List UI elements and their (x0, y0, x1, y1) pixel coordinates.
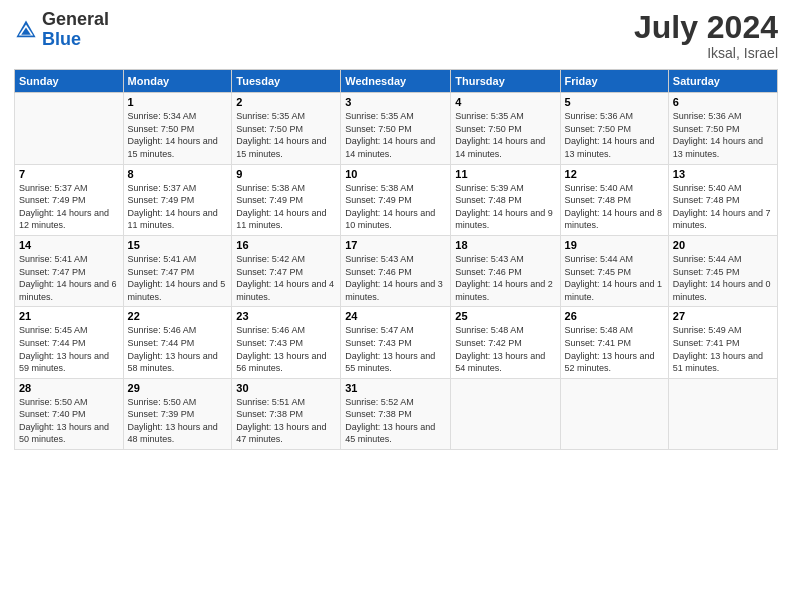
day-info: Sunrise: 5:35 AMSunset: 7:50 PMDaylight:… (455, 110, 555, 160)
calendar-weekday-tuesday: Tuesday (232, 70, 341, 93)
day-number: 12 (565, 168, 664, 180)
day-number: 17 (345, 239, 446, 251)
calendar-cell: 20Sunrise: 5:44 AMSunset: 7:45 PMDayligh… (668, 235, 777, 306)
month-title: July 2024 (634, 10, 778, 45)
calendar-cell: 4Sunrise: 5:35 AMSunset: 7:50 PMDaylight… (451, 93, 560, 164)
day-info: Sunrise: 5:34 AMSunset: 7:50 PMDaylight:… (128, 110, 228, 160)
day-number: 2 (236, 96, 336, 108)
calendar-weekday-sunday: Sunday (15, 70, 124, 93)
calendar-cell (451, 378, 560, 449)
calendar-cell: 13Sunrise: 5:40 AMSunset: 7:48 PMDayligh… (668, 164, 777, 235)
day-info: Sunrise: 5:52 AMSunset: 7:38 PMDaylight:… (345, 396, 446, 446)
day-info: Sunrise: 5:39 AMSunset: 7:48 PMDaylight:… (455, 182, 555, 232)
calendar-cell: 5Sunrise: 5:36 AMSunset: 7:50 PMDaylight… (560, 93, 668, 164)
day-info: Sunrise: 5:50 AMSunset: 7:40 PMDaylight:… (19, 396, 119, 446)
subtitle: Iksal, Israel (634, 45, 778, 61)
day-info: Sunrise: 5:50 AMSunset: 7:39 PMDaylight:… (128, 396, 228, 446)
calendar-cell: 6Sunrise: 5:36 AMSunset: 7:50 PMDaylight… (668, 93, 777, 164)
calendar-cell (15, 93, 124, 164)
calendar-cell: 25Sunrise: 5:48 AMSunset: 7:42 PMDayligh… (451, 307, 560, 378)
day-number: 8 (128, 168, 228, 180)
calendar-cell: 1Sunrise: 5:34 AMSunset: 7:50 PMDaylight… (123, 93, 232, 164)
day-number: 14 (19, 239, 119, 251)
calendar-cell: 17Sunrise: 5:43 AMSunset: 7:46 PMDayligh… (341, 235, 451, 306)
logo-general: General (42, 9, 109, 29)
day-info: Sunrise: 5:36 AMSunset: 7:50 PMDaylight:… (565, 110, 664, 160)
day-info: Sunrise: 5:41 AMSunset: 7:47 PMDaylight:… (128, 253, 228, 303)
logo: General Blue (14, 10, 109, 50)
day-number: 13 (673, 168, 773, 180)
day-info: Sunrise: 5:43 AMSunset: 7:46 PMDaylight:… (345, 253, 446, 303)
calendar-cell: 8Sunrise: 5:37 AMSunset: 7:49 PMDaylight… (123, 164, 232, 235)
day-info: Sunrise: 5:42 AMSunset: 7:47 PMDaylight:… (236, 253, 336, 303)
calendar-weekday-thursday: Thursday (451, 70, 560, 93)
day-number: 23 (236, 310, 336, 322)
day-info: Sunrise: 5:46 AMSunset: 7:43 PMDaylight:… (236, 324, 336, 374)
day-info: Sunrise: 5:44 AMSunset: 7:45 PMDaylight:… (673, 253, 773, 303)
calendar-cell: 16Sunrise: 5:42 AMSunset: 7:47 PMDayligh… (232, 235, 341, 306)
calendar-cell: 11Sunrise: 5:39 AMSunset: 7:48 PMDayligh… (451, 164, 560, 235)
day-info: Sunrise: 5:40 AMSunset: 7:48 PMDaylight:… (673, 182, 773, 232)
day-info: Sunrise: 5:47 AMSunset: 7:43 PMDaylight:… (345, 324, 446, 374)
day-info: Sunrise: 5:35 AMSunset: 7:50 PMDaylight:… (345, 110, 446, 160)
day-number: 3 (345, 96, 446, 108)
calendar-cell (560, 378, 668, 449)
day-number: 11 (455, 168, 555, 180)
calendar-cell: 22Sunrise: 5:46 AMSunset: 7:44 PMDayligh… (123, 307, 232, 378)
day-info: Sunrise: 5:44 AMSunset: 7:45 PMDaylight:… (565, 253, 664, 303)
calendar-cell: 24Sunrise: 5:47 AMSunset: 7:43 PMDayligh… (341, 307, 451, 378)
calendar-cell: 21Sunrise: 5:45 AMSunset: 7:44 PMDayligh… (15, 307, 124, 378)
calendar-week-3: 14Sunrise: 5:41 AMSunset: 7:47 PMDayligh… (15, 235, 778, 306)
day-info: Sunrise: 5:37 AMSunset: 7:49 PMDaylight:… (128, 182, 228, 232)
calendar-cell: 14Sunrise: 5:41 AMSunset: 7:47 PMDayligh… (15, 235, 124, 306)
day-info: Sunrise: 5:36 AMSunset: 7:50 PMDaylight:… (673, 110, 773, 160)
page: General Blue July 2024 Iksal, Israel Sun… (0, 0, 792, 612)
calendar-cell: 26Sunrise: 5:48 AMSunset: 7:41 PMDayligh… (560, 307, 668, 378)
day-number: 29 (128, 382, 228, 394)
calendar-cell: 2Sunrise: 5:35 AMSunset: 7:50 PMDaylight… (232, 93, 341, 164)
calendar-cell: 15Sunrise: 5:41 AMSunset: 7:47 PMDayligh… (123, 235, 232, 306)
calendar-cell: 23Sunrise: 5:46 AMSunset: 7:43 PMDayligh… (232, 307, 341, 378)
day-info: Sunrise: 5:51 AMSunset: 7:38 PMDaylight:… (236, 396, 336, 446)
day-info: Sunrise: 5:45 AMSunset: 7:44 PMDaylight:… (19, 324, 119, 374)
calendar-weekday-friday: Friday (560, 70, 668, 93)
logo-icon (14, 18, 38, 42)
day-number: 28 (19, 382, 119, 394)
calendar-weekday-monday: Monday (123, 70, 232, 93)
calendar-header-row: SundayMondayTuesdayWednesdayThursdayFrid… (15, 70, 778, 93)
calendar-week-5: 28Sunrise: 5:50 AMSunset: 7:40 PMDayligh… (15, 378, 778, 449)
calendar-cell: 7Sunrise: 5:37 AMSunset: 7:49 PMDaylight… (15, 164, 124, 235)
calendar-cell: 27Sunrise: 5:49 AMSunset: 7:41 PMDayligh… (668, 307, 777, 378)
day-number: 27 (673, 310, 773, 322)
calendar-cell: 28Sunrise: 5:50 AMSunset: 7:40 PMDayligh… (15, 378, 124, 449)
calendar-weekday-wednesday: Wednesday (341, 70, 451, 93)
day-number: 15 (128, 239, 228, 251)
calendar-cell: 19Sunrise: 5:44 AMSunset: 7:45 PMDayligh… (560, 235, 668, 306)
day-info: Sunrise: 5:48 AMSunset: 7:42 PMDaylight:… (455, 324, 555, 374)
calendar-week-4: 21Sunrise: 5:45 AMSunset: 7:44 PMDayligh… (15, 307, 778, 378)
day-number: 21 (19, 310, 119, 322)
day-info: Sunrise: 5:37 AMSunset: 7:49 PMDaylight:… (19, 182, 119, 232)
calendar: SundayMondayTuesdayWednesdayThursdayFrid… (14, 69, 778, 450)
day-number: 18 (455, 239, 555, 251)
calendar-weekday-saturday: Saturday (668, 70, 777, 93)
day-number: 24 (345, 310, 446, 322)
day-info: Sunrise: 5:41 AMSunset: 7:47 PMDaylight:… (19, 253, 119, 303)
header: General Blue July 2024 Iksal, Israel (14, 10, 778, 61)
calendar-cell (668, 378, 777, 449)
day-info: Sunrise: 5:38 AMSunset: 7:49 PMDaylight:… (345, 182, 446, 232)
day-number: 30 (236, 382, 336, 394)
day-info: Sunrise: 5:40 AMSunset: 7:48 PMDaylight:… (565, 182, 664, 232)
logo-blue: Blue (42, 29, 81, 49)
day-number: 26 (565, 310, 664, 322)
day-number: 19 (565, 239, 664, 251)
day-info: Sunrise: 5:46 AMSunset: 7:44 PMDaylight:… (128, 324, 228, 374)
day-number: 10 (345, 168, 446, 180)
calendar-cell: 30Sunrise: 5:51 AMSunset: 7:38 PMDayligh… (232, 378, 341, 449)
logo-text: General Blue (42, 10, 109, 50)
calendar-week-2: 7Sunrise: 5:37 AMSunset: 7:49 PMDaylight… (15, 164, 778, 235)
calendar-cell: 29Sunrise: 5:50 AMSunset: 7:39 PMDayligh… (123, 378, 232, 449)
calendar-cell: 10Sunrise: 5:38 AMSunset: 7:49 PMDayligh… (341, 164, 451, 235)
day-number: 9 (236, 168, 336, 180)
calendar-cell: 18Sunrise: 5:43 AMSunset: 7:46 PMDayligh… (451, 235, 560, 306)
